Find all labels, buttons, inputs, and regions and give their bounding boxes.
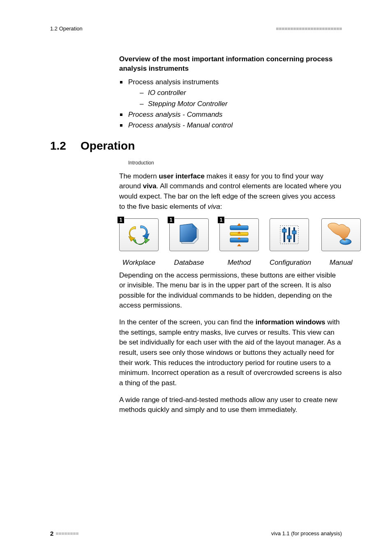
section-heading-row: 1.2 Operation — [50, 139, 342, 153]
sub-list-item: Stepping Motor Controller — [140, 99, 342, 109]
svg-rect-9 — [292, 231, 296, 234]
workplace-icon: 1 — [119, 218, 159, 251]
footer-product-label: viva 1.1 (for process analysis) — [271, 530, 342, 536]
text-bold: viva — [143, 182, 157, 190]
icon-label: Database — [169, 259, 209, 267]
manual-icon — [321, 218, 361, 251]
method-icon: 1 — [219, 218, 259, 251]
text-run: The modern — [119, 172, 159, 180]
database-icon: 1 — [169, 218, 209, 251]
text-run: with the settings, sample entry masks, l… — [119, 318, 341, 387]
page-number: 2 — [50, 530, 53, 537]
section-number: 1.2 — [50, 139, 81, 153]
page-header: 1.2 Operation — [50, 25, 342, 32]
svg-rect-0 — [230, 226, 248, 230]
header-dashes — [276, 28, 342, 30]
sub-list-item: IO controller — [140, 88, 342, 98]
icon-column: 1Method — [219, 218, 259, 267]
icon-column: 1Database — [169, 218, 209, 267]
icon-label: Workplace — [119, 259, 159, 267]
text-run: : — [220, 203, 222, 210]
text-italic: viva — [208, 203, 220, 210]
overview-heading: Overview of the most important informati… — [119, 55, 342, 74]
paragraph-4: A wide range of tried-and-tested methods… — [119, 395, 342, 415]
list-item-text: Process analysis - Manual control — [128, 121, 233, 129]
list-item: Process analysis - Commands — [119, 109, 342, 120]
icon-column: Configuration — [270, 218, 311, 267]
header-section-label: 1.2 Operation — [50, 25, 83, 32]
paragraph-2: Depending on the access permissions, the… — [119, 271, 342, 311]
text-run: In the center of the screen, you can fin… — [119, 318, 256, 326]
introduction-label: Introduction — [128, 160, 342, 166]
icon-column: 1Workplace — [119, 218, 159, 267]
section-title: Operation — [81, 139, 135, 153]
list-item: Process analysis - Manual control — [119, 120, 342, 131]
icons-row: 1Workplace1Database1MethodConfigurationM… — [119, 218, 342, 267]
list-item-text: Process analysis instruments — [128, 78, 219, 86]
icon-badge: 1 — [167, 216, 175, 224]
icon-badge: 1 — [117, 216, 125, 224]
svg-rect-8 — [287, 236, 291, 239]
overview-list: Process analysis instrumentsIO controlle… — [119, 77, 342, 131]
paragraph-3: In the center of the screen, you can fin… — [119, 317, 342, 388]
icon-column: Manual — [321, 218, 361, 267]
text-bold: user interface — [159, 172, 205, 180]
paragraph-1: The modern user interface makes it easy … — [119, 171, 342, 212]
icon-label: Method — [219, 259, 259, 267]
svg-rect-7 — [282, 229, 286, 232]
text-bold: information windows — [256, 318, 325, 326]
configuration-icon — [270, 218, 309, 251]
footer-dashes — [56, 532, 78, 535]
list-item-text: Process analysis - Commands — [128, 111, 223, 118]
icon-badge: 1 — [217, 216, 225, 224]
list-item: Process analysis instrumentsIO controlle… — [119, 77, 342, 109]
sub-list: IO controllerStepping Motor Controller — [128, 88, 342, 109]
icon-label: Configuration — [270, 259, 311, 267]
icon-label: Manual — [321, 259, 361, 267]
page-footer: 2 viva 1.1 (for process analysis) — [50, 530, 342, 537]
